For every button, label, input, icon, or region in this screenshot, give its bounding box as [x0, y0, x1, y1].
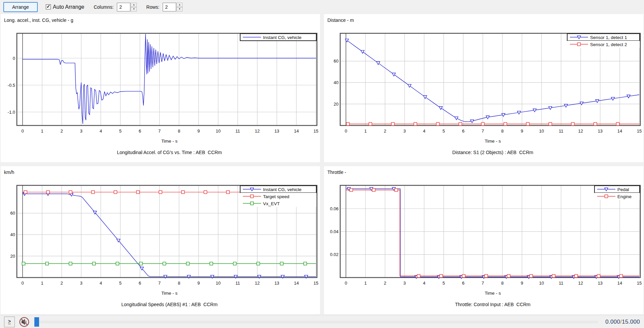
- legend-entry[interactable]: Instant CG, vehicle: [240, 34, 316, 41]
- plot-caption: Throttle: Control Input : AEB CCRm: [455, 302, 530, 307]
- columns-spin-down-icon[interactable]: ▼: [131, 7, 137, 11]
- checkmark-icon: ✓: [46, 4, 51, 9]
- x-tick-label: 13: [275, 129, 279, 134]
- series-marker: [251, 202, 254, 205]
- x-tick-label: 9: [197, 281, 200, 286]
- slider-track[interactable]: [34, 321, 598, 323]
- series-marker: [616, 122, 619, 125]
- plot-panel-speeds: 0123456789101112131415604020Instant CG, …: [1, 166, 320, 314]
- y-tick-label: -0.5: [8, 83, 15, 88]
- x-tick-label: 9: [197, 129, 200, 134]
- x-tick-label: 10: [216, 129, 220, 134]
- series-marker: [594, 122, 597, 125]
- x-tick-label: 3: [404, 281, 406, 286]
- x-tick-label: 14: [617, 281, 622, 286]
- speeds-plot-canvas[interactable]: 0123456789101112131415604020Instant CG, …: [1, 166, 320, 314]
- x-tick-label: 15: [314, 129, 318, 134]
- x-tick-label: 5: [119, 281, 122, 286]
- auto-arrange-checkbox[interactable]: ✓ Auto Arrange: [46, 4, 84, 10]
- x-tick-label: 12: [255, 281, 260, 286]
- x-tick-label: 0: [21, 129, 24, 134]
- plot-caption: Longitudinal Speeds (AEBS) #1 : AEB CCRm: [121, 302, 218, 307]
- legend-label: Vx_EVT: [263, 201, 280, 206]
- series-marker: [24, 191, 27, 194]
- series-marker: [92, 191, 95, 194]
- series-marker: [116, 262, 119, 265]
- legend-entry[interactable]: Target speed: [240, 193, 316, 200]
- x-tick-label: 10: [216, 281, 220, 286]
- legend-entry[interactable]: Instant CG, vehicle: [240, 186, 316, 193]
- x-tick-label: 12: [255, 129, 260, 134]
- time-total: 15.000: [622, 319, 640, 325]
- x-tick-label: 11: [235, 281, 240, 286]
- legend-label: Sensor 1, detect 1: [590, 35, 627, 40]
- x-tick-label: 6: [462, 281, 464, 286]
- x-axis-label: Time - s: [485, 139, 501, 144]
- legend-entry[interactable]: Pedal: [594, 186, 640, 193]
- x-tick-label: 15: [637, 281, 642, 286]
- slider-thumb[interactable]: [34, 317, 39, 327]
- series-marker: [159, 191, 162, 194]
- x-tick-label: 7: [158, 281, 161, 286]
- series-marker: [439, 107, 443, 110]
- columns-label: Columns:: [94, 4, 114, 10]
- x-tick-label: 4: [423, 281, 425, 286]
- series-marker: [204, 191, 207, 194]
- x-tick-label: 12: [578, 281, 583, 286]
- x-tick-label: 13: [275, 281, 279, 286]
- rows-value[interactable]: 2: [163, 3, 176, 11]
- legend-entry[interactable]: Vx_EVT: [240, 200, 316, 207]
- series-marker: [526, 122, 529, 125]
- series-marker: [571, 122, 574, 125]
- distance-plot-canvas[interactable]: 0123456789101112131415604020Sensor 1, de…: [324, 14, 643, 162]
- series-marker: [69, 262, 72, 265]
- arrange-button[interactable]: Arrange: [3, 2, 38, 12]
- series-marker: [440, 275, 443, 278]
- plot-grid: 01234567891011121314150-0.5-1.0Instant C…: [0, 14, 644, 315]
- x-tick-label: 6: [462, 129, 464, 134]
- legend-entry[interactable]: Engine: [594, 193, 640, 200]
- accel-plot-canvas[interactable]: 01234567891011121314150-0.5-1.0Instant C…: [1, 14, 320, 162]
- rows-spin-up-icon[interactable]: ▲: [176, 3, 183, 7]
- x-tick-label: 3: [80, 129, 83, 134]
- play-icon: >: [8, 319, 11, 323]
- legend-entry[interactable]: Sensor 1, detect 1: [567, 34, 640, 41]
- y-tick-label: -1.0: [8, 110, 15, 115]
- x-tick-label: 3: [80, 281, 83, 286]
- series-marker: [507, 275, 510, 278]
- series-marker: [578, 43, 581, 46]
- x-tick-label: 7: [482, 281, 484, 286]
- legend-label: Engine: [617, 194, 632, 199]
- series-marker: [417, 275, 420, 278]
- x-tick-label: 4: [100, 129, 102, 134]
- series-marker: [529, 275, 533, 278]
- x-tick-label: 9: [521, 281, 523, 286]
- play-accent-mark: [8, 324, 11, 324]
- series-marker: [549, 122, 552, 125]
- series-marker: [226, 191, 229, 194]
- columns-spinner[interactable]: 2 ▲ ▼: [117, 3, 137, 11]
- series-marker: [575, 275, 578, 278]
- y-tick-label: 40: [10, 232, 15, 237]
- timeline-slider[interactable]: [34, 317, 599, 327]
- series-marker: [462, 275, 465, 278]
- x-tick-label: 15: [314, 281, 318, 286]
- throttle-plot-canvas[interactable]: 01234567891011121314150.060.040.02PedalE…: [324, 166, 643, 314]
- rows-spinner[interactable]: 2 ▲ ▼: [163, 3, 183, 11]
- x-tick-label: 13: [598, 129, 603, 134]
- play-button[interactable]: >: [4, 317, 15, 327]
- series-marker: [414, 122, 417, 125]
- series-marker: [619, 275, 622, 278]
- muted-speaker-icon[interactable]: [19, 317, 30, 327]
- columns-value[interactable]: 2: [117, 3, 130, 11]
- checkbox-box[interactable]: ✓: [46, 4, 51, 9]
- columns-spin-up-icon[interactable]: ▲: [131, 3, 137, 7]
- series-marker: [459, 122, 462, 125]
- x-tick-label: 0: [345, 129, 347, 134]
- series-marker: [69, 191, 72, 194]
- x-tick-label: 8: [178, 281, 180, 286]
- y-tick-label: 60: [334, 59, 339, 64]
- plot-panel-distance: 0123456789101112131415604020Sensor 1, de…: [324, 14, 643, 162]
- rows-spin-down-icon[interactable]: ▼: [176, 7, 183, 11]
- legend-entry[interactable]: Sensor 1, detect 2: [567, 41, 640, 48]
